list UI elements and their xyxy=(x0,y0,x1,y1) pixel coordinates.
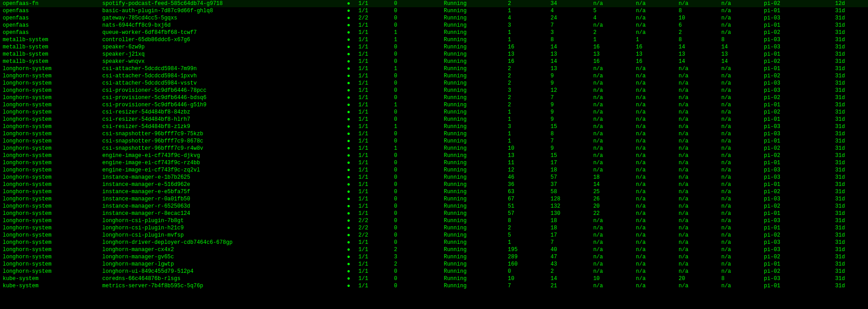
table-cell: 0 xyxy=(392,203,441,210)
table-cell: 3 xyxy=(505,87,547,94)
table-row: longhorn-systemcsi-provisioner-5c9dfb644… xyxy=(0,87,868,94)
table-cell: n/a xyxy=(718,224,761,232)
table-cell: n/a xyxy=(676,65,718,72)
table-cell: 1 xyxy=(505,138,547,145)
table-cell: ● xyxy=(341,268,355,275)
table-row: openfaasqueue-worker-6df84fbf68-tcwf7●1/… xyxy=(0,29,868,36)
table-row: longhorn-systemcsi-resizer-54d484bf8-84z… xyxy=(0,109,868,116)
table-cell: ● xyxy=(341,80,355,87)
table-cell: 9 xyxy=(548,72,590,80)
table-row: openfaasgateway-785cd4cc5-5gqxs●2/20Runn… xyxy=(0,14,868,22)
table-cell: 7 xyxy=(548,22,590,29)
table-cell: 9 xyxy=(548,116,590,123)
table-cell: 8 xyxy=(505,217,547,224)
table-cell: instance-manager-e-e5bfa75f xyxy=(99,188,341,195)
table-cell: n/a xyxy=(718,268,761,275)
table-cell: 0 xyxy=(505,268,547,275)
table-cell: 2 xyxy=(505,65,547,72)
table-cell: 31d xyxy=(832,282,868,290)
table-cell: 9 xyxy=(548,101,590,109)
table-cell: n/a xyxy=(633,188,676,195)
table-cell: 14 xyxy=(548,43,590,51)
table-cell: 1 xyxy=(505,130,547,138)
table-cell: 2 xyxy=(505,72,547,80)
table-cell: n/a xyxy=(633,224,676,232)
table-cell: n/a xyxy=(590,72,633,80)
table-cell: 1 xyxy=(392,29,441,36)
table-cell: 2 xyxy=(548,268,590,275)
table-cell: 160 xyxy=(505,261,547,268)
table-cell: n/a xyxy=(633,0,676,7)
table-cell: ● xyxy=(341,152,355,159)
table-cell: n/a xyxy=(718,195,761,203)
table-cell: ● xyxy=(341,58,355,65)
table-row: longhorn-systemlonghorn-csi-plugin-mvfsp… xyxy=(0,232,868,239)
table-cell: 1/1 xyxy=(356,130,392,138)
table-cell: 31d xyxy=(832,181,868,188)
table-cell: 132 xyxy=(548,203,590,210)
table-cell: 31d xyxy=(832,130,868,138)
table-cell: 0 xyxy=(392,159,441,166)
table-cell: 0 xyxy=(392,195,441,203)
table-cell: 20 xyxy=(676,275,718,282)
table-cell: csi-attacher-5dcdcd5984-vsstv xyxy=(99,80,341,87)
table-cell: pi-03 xyxy=(761,174,832,181)
table-row: metallb-systemspeaker-wnqvx●1/10Running1… xyxy=(0,58,868,65)
table-cell: longhorn-system xyxy=(0,138,99,145)
table-cell: n/a xyxy=(718,72,761,80)
table-cell: ● xyxy=(341,275,355,282)
table-cell: 1/1 xyxy=(356,138,392,145)
table-cell: 18 xyxy=(590,174,633,181)
table-cell: speaker-j21xq xyxy=(99,51,341,58)
table-cell: coredns-66c464876b-rlsgs xyxy=(99,275,341,282)
table-cell: 1 xyxy=(392,123,441,130)
table-cell: 18 xyxy=(548,166,590,174)
table-cell: Running xyxy=(441,224,505,232)
table-cell: 2 xyxy=(676,29,718,36)
table-cell: pi-02 xyxy=(761,253,832,261)
table-cell: openfaas xyxy=(0,22,99,29)
table-cell: n/a xyxy=(676,181,718,188)
table-cell: ● xyxy=(341,116,355,123)
table-cell: 47 xyxy=(548,253,590,261)
table-cell: 0 xyxy=(392,181,441,188)
table-cell: 0 xyxy=(392,14,441,22)
table-cell: pi-01 xyxy=(761,65,832,72)
table-cell: 289 xyxy=(505,253,547,261)
table-cell: 128 xyxy=(548,195,590,203)
table-cell: 13 xyxy=(548,51,590,58)
table-cell: n/a xyxy=(676,166,718,174)
table-cell: 37 xyxy=(548,181,590,188)
table-cell: 1/1 xyxy=(356,166,392,174)
table-cell: 1/1 xyxy=(356,101,392,109)
table-cell: n/a xyxy=(718,253,761,261)
table-cell: longhorn-manager-gv65c xyxy=(99,253,341,261)
table-cell: ● xyxy=(341,253,355,261)
table-cell: n/a xyxy=(633,253,676,261)
table-cell: n/a xyxy=(633,174,676,181)
table-cell: spotify-podcast-feed-585c64db74-g9718 xyxy=(99,0,341,7)
table-cell: 4 xyxy=(548,7,590,14)
table-cell: kube-system xyxy=(0,282,99,290)
table-cell: n/a xyxy=(590,232,633,239)
table-cell: pi-03 xyxy=(761,217,832,224)
table-cell: 31d xyxy=(832,224,868,232)
table-row: longhorn-systemcsi-attacher-5dcdcd5984-7… xyxy=(0,65,868,72)
table-cell: Running xyxy=(441,101,505,109)
table-cell: n/a xyxy=(633,130,676,138)
table-cell: pi-02 xyxy=(761,94,832,101)
table-cell: 31d xyxy=(832,101,868,109)
table-cell: 0 xyxy=(392,217,441,224)
table-cell: ● xyxy=(341,145,355,152)
table-cell: pi-03 xyxy=(761,166,832,174)
table-cell: 1/1 xyxy=(356,253,392,261)
table-cell: pi-03 xyxy=(761,80,832,87)
table-cell: n/a xyxy=(590,138,633,145)
table-cell: n/a xyxy=(633,123,676,130)
table-cell: n/a xyxy=(590,116,633,123)
table-cell: pi-03 xyxy=(761,239,832,246)
table-cell: Running xyxy=(441,80,505,87)
table-cell: 31d xyxy=(832,217,868,224)
table-row: longhorn-systemcsi-snapshotter-96bfff7c9… xyxy=(0,138,868,145)
table-cell: longhorn-system xyxy=(0,232,99,239)
